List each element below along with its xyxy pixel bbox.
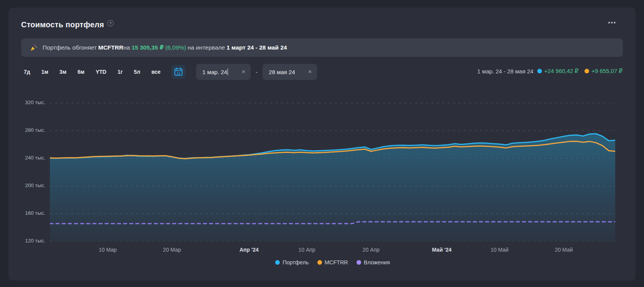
- x-axis-label: 20 Мар: [151, 247, 193, 253]
- legend-label: Вложения: [364, 259, 390, 265]
- y-axis-label: 200 тыс.: [8, 182, 45, 188]
- legend-item-mcftrr[interactable]: MCFTRR: [317, 259, 348, 265]
- calendar-button[interactable]: 12: [172, 65, 185, 79]
- portfolio-value-card: Стоимость портфеля? ••• Портфель обгоняе…: [8, 8, 636, 280]
- banner-interval: 1 март 24 - 28 май 24: [226, 44, 287, 51]
- banner-amount: 15 305,35 ₽: [132, 44, 164, 51]
- x-axis-label: 20 Апр: [350, 247, 392, 253]
- chart-legend: ПортфельMCFTRRВложения: [50, 259, 615, 265]
- legend-item-invested[interactable]: Вложения: [357, 259, 390, 265]
- date-from-input[interactable]: 1 мар. 24 ×: [196, 64, 251, 80]
- range-button-3m[interactable]: 3м: [59, 69, 66, 75]
- clear-date-to-icon[interactable]: ×: [305, 68, 312, 76]
- x-axis: 10 Мар20 МарАпр '2410 Апр20 АпрМай '2410…: [50, 247, 615, 254]
- date-range-separator: -: [256, 69, 258, 75]
- date-from-value: 1 мар. 24: [202, 69, 227, 75]
- portfolio-chart-svg: [50, 92, 615, 241]
- banner-conn1: на: [123, 44, 130, 51]
- range-button-ytd[interactable]: YTD: [96, 69, 106, 75]
- party-popper-icon: [30, 43, 38, 52]
- range-button-1y[interactable]: 1г: [117, 69, 123, 75]
- x-axis-label: 10 Май: [479, 247, 521, 253]
- benchmark-comparison-banner: Портфель обгоняет MCFTRR на 15 305,35 ₽ …: [21, 38, 623, 57]
- benchmark-change-value: +9 655,07 ₽: [591, 68, 623, 75]
- period-summary: 1 мар. 24 - 28 мая 24 +24 960,42 ₽ +9 65…: [477, 68, 623, 75]
- portfolio-legend-dot-icon: [275, 260, 280, 265]
- page-title-text: Стоимость портфеля: [21, 20, 104, 29]
- date-to-value: 28 мая 24: [269, 69, 295, 75]
- svg-text:12: 12: [177, 71, 181, 75]
- date-to-input[interactable]: 28 мая 24 ×: [263, 64, 317, 80]
- summary-range-label: 1 мар. 24 - 28 мая 24: [477, 68, 533, 75]
- legend-label: Портфель: [282, 259, 309, 265]
- calendar-icon: 12: [173, 67, 183, 77]
- y-axis-label: 120 тыс.: [8, 238, 45, 244]
- x-axis-label: 10 Мар: [87, 247, 129, 253]
- x-axis-label: 20 Май: [543, 247, 585, 253]
- clear-date-from-icon[interactable]: ×: [238, 68, 245, 76]
- invested-legend-dot-icon: [357, 260, 361, 265]
- range-button-1m[interactable]: 1м: [41, 69, 48, 75]
- y-axis-label: 160 тыс.: [8, 210, 45, 216]
- y-axis-label: 280 тыс.: [8, 127, 45, 133]
- range-button-5y[interactable]: 5л: [134, 69, 140, 75]
- x-axis-label: 10 Апр: [286, 247, 328, 253]
- legend-label: MCFTRR: [325, 259, 348, 265]
- portfolio-change-value: +24 960,42 ₽: [544, 68, 578, 75]
- chart-controls: 7д 1м 3м 6м YTD 1г 5л все 12 1 мар. 24 ×…: [24, 64, 317, 80]
- help-icon[interactable]: ?: [107, 20, 114, 27]
- range-button-7d[interactable]: 7д: [24, 69, 30, 75]
- banner-benchmark: MCFTRR: [98, 44, 123, 51]
- y-axis-label: 240 тыс.: [8, 155, 45, 161]
- banner-conn2: на интервале: [188, 44, 225, 51]
- chart-plot-area[interactable]: [50, 92, 615, 241]
- benchmark-dot-icon: [585, 69, 589, 73]
- x-axis-label: Апр '24: [228, 247, 270, 253]
- banner-percent: (6,09%): [165, 44, 186, 51]
- text-cursor: [228, 68, 228, 75]
- y-axis-label: 320 тыс.: [8, 100, 45, 105]
- mcftrr-legend-dot-icon: [317, 260, 322, 265]
- banner-prefix: Портфель обгоняет: [43, 44, 97, 51]
- more-menu-icon[interactable]: •••: [608, 19, 616, 26]
- legend-item-portfolio[interactable]: Портфель: [275, 259, 309, 265]
- range-button-6m[interactable]: 6м: [78, 69, 84, 75]
- page-title: Стоимость портфеля?: [21, 20, 114, 29]
- x-axis-label: Май '24: [421, 247, 463, 253]
- range-button-all[interactable]: все: [151, 69, 160, 75]
- portfolio-dot-icon: [537, 69, 542, 73]
- y-axis: 320 тыс.280 тыс.240 тыс.200 тыс.160 тыс.…: [8, 92, 45, 241]
